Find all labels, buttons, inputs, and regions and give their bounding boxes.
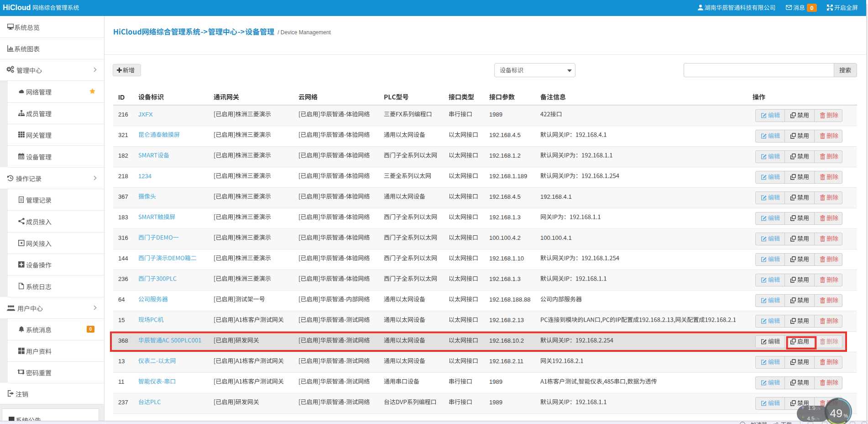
svg-text:218: 218 (118, 173, 128, 180)
svg-text:64: 64 (118, 296, 125, 303)
svg-text:192.168.188.88: 192.168.188.88 (489, 296, 530, 303)
svg-text:192.168.1.189: 192.168.1.189 (489, 173, 527, 180)
svg-text:4.5: 4.5 (807, 416, 815, 421)
svg-text:192.168.1.10: 192.168.1.10 (489, 255, 524, 262)
svg-text:321: 321 (118, 132, 128, 138)
svg-text:11: 11 (118, 378, 125, 385)
svg-text:K/s: K/s (814, 417, 820, 421)
svg-text:1989: 1989 (489, 378, 502, 385)
svg-text:1234: 1234 (138, 173, 152, 180)
svg-text:192.168.1.3: 192.168.1.3 (489, 214, 521, 221)
svg-text:183: 183 (118, 214, 128, 221)
svg-text:ID: ID (118, 94, 125, 101)
svg-text:192.168.4.5: 192.168.4.5 (489, 132, 521, 138)
svg-text:/ Device Management: / Device Management (277, 29, 331, 36)
svg-text:144: 144 (118, 255, 128, 262)
